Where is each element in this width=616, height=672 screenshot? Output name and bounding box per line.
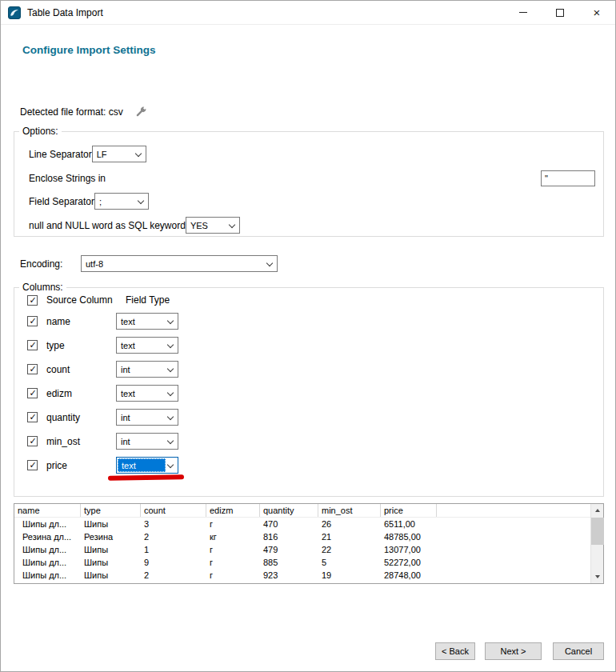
minimize-button[interactable] — [505, 1, 542, 24]
table-cell: 923 — [260, 570, 318, 580]
table-cell: г — [206, 570, 260, 580]
table-cell: 26 — [318, 519, 381, 529]
scroll-down-button[interactable] — [591, 570, 604, 583]
close-button[interactable]: × — [578, 1, 615, 24]
select-all-checkbox[interactable] — [27, 295, 38, 306]
app-icon — [8, 6, 21, 19]
table-cell: кг — [206, 532, 260, 542]
table-data-import-window: { "window": { "title": "Table Data Impor… — [0, 0, 616, 672]
field-type-select[interactable]: int — [116, 433, 178, 450]
field-type-select[interactable]: text — [116, 337, 178, 354]
enclose-strings-row: Enclose Strings in " — [29, 170, 595, 186]
table-cell: Шипы дл... — [14, 519, 81, 529]
field-type-select-price[interactable]: text — [116, 457, 178, 474]
table-cell: 19 — [318, 570, 381, 580]
table-row: Шипы дл... Шипы 2 г 923 19 28748,00 — [14, 569, 590, 582]
titlebar: Table Data Import × — [1, 1, 615, 25]
table-cell: 48785,00 — [381, 532, 437, 542]
field-separator-row: Field Separator ; — [29, 193, 595, 210]
column-name-label: min_ost — [46, 436, 80, 447]
encoding-row: Encoding: utf-8 — [20, 255, 278, 272]
enclose-strings-label: Enclose Strings in — [29, 173, 106, 184]
table-cell: Шипы дл... — [14, 545, 81, 554]
next-button[interactable]: Next > — [485, 642, 542, 660]
field-separator-label: Field Separator — [29, 196, 94, 207]
table-cell: 3 — [141, 519, 206, 529]
preview-table: name type count edizm quantity min_ost p… — [14, 503, 604, 584]
table-cell: г — [206, 519, 260, 529]
cancel-button[interactable]: Cancel — [553, 642, 604, 660]
null-keyword-label: null and NULL word as SQL keyword — [29, 220, 186, 231]
field-type-select[interactable]: int — [116, 361, 178, 378]
table-cell: Шипы дл... — [14, 570, 81, 580]
chevron-down-icon — [167, 342, 174, 348]
field-separator-select[interactable]: ; — [94, 193, 149, 210]
preview-header-filler — [437, 504, 590, 517]
column-row-count: count int — [27, 361, 38, 378]
column-checkbox[interactable] — [27, 364, 38, 374]
table-cell: 479 — [260, 545, 318, 554]
line-separator-select[interactable]: LF — [92, 146, 146, 162]
table-cell: 2 — [141, 570, 206, 580]
detected-format-row: Detected file format: csv — [20, 106, 147, 118]
line-separator-row: Line Separator LF — [29, 146, 595, 162]
preview-header-row: name type count edizm quantity min_ost p… — [14, 504, 590, 518]
column-checkbox[interactable] — [27, 412, 38, 422]
column-checkbox[interactable] — [27, 316, 38, 326]
encoding-select[interactable]: utf-8 — [81, 255, 278, 272]
field-type-header: Field Type — [126, 294, 170, 306]
preview-header-cell: edizm — [206, 504, 260, 517]
table-cell: Шипы — [81, 545, 141, 554]
column-name-label: name — [46, 316, 70, 327]
column-name-label: price — [46, 460, 67, 471]
maximize-icon — [556, 9, 564, 17]
column-name-label: type — [46, 340, 65, 351]
column-checkbox[interactable] — [27, 340, 38, 350]
table-cell: г — [206, 545, 260, 554]
null-keyword-select[interactable]: YES — [186, 217, 240, 234]
arrow-down-icon — [595, 575, 600, 578]
table-cell: Резина дл... — [14, 532, 81, 542]
close-icon: × — [594, 6, 601, 18]
arrow-up-icon — [595, 509, 600, 512]
preview-header-cell: min_ost — [318, 504, 381, 517]
field-type-select[interactable]: text — [116, 385, 178, 402]
table-cell: 28748,00 — [381, 570, 437, 580]
vertical-scrollbar[interactable] — [590, 504, 603, 583]
column-checkbox[interactable] — [27, 460, 38, 470]
column-checkbox[interactable] — [27, 388, 38, 398]
null-keyword-row: null and NULL word as SQL keyword YES — [29, 217, 595, 234]
wrench-icon[interactable] — [134, 106, 147, 118]
scrollbar-thumb[interactable] — [591, 518, 604, 545]
column-row-type: type text — [27, 337, 38, 354]
table-cell: 9 — [141, 558, 206, 567]
back-button[interactable]: < Back — [435, 642, 475, 660]
options-group-label: Options: — [19, 126, 62, 137]
table-cell: 470 — [260, 519, 318, 529]
field-type-select[interactable]: int — [116, 409, 178, 426]
table-cell: Шипы — [81, 558, 141, 567]
column-name-label: quantity — [46, 412, 80, 423]
table-cell: Шипы дл... — [14, 558, 81, 567]
red-underline-annotation — [108, 474, 184, 481]
chevron-down-icon — [167, 318, 174, 324]
table-cell: Шипы — [81, 519, 141, 529]
table-row: Шипы дл... Шипы 1 г 479 22 13077,00 — [14, 543, 590, 556]
table-cell: 6511,00 — [381, 519, 437, 529]
preview-header-cell: type — [81, 504, 141, 517]
table-cell: 1 — [141, 545, 206, 554]
page-title: Configure Import Settings — [22, 44, 156, 56]
maximize-button[interactable] — [542, 1, 578, 24]
preview-header-cell: price — [381, 504, 437, 517]
table-cell: 2 — [141, 532, 206, 542]
columns-group-label: Columns: — [19, 282, 66, 293]
table-cell: 5 — [318, 558, 381, 567]
column-row-quantity: quantity int — [27, 409, 38, 426]
enclose-strings-input[interactable]: " — [541, 170, 595, 186]
field-type-select[interactable]: text — [116, 313, 178, 330]
source-column-header: Source Column — [46, 294, 113, 306]
detected-format-label: Detected file format: csv — [20, 106, 123, 118]
scroll-up-button[interactable] — [591, 504, 604, 517]
column-checkbox[interactable] — [27, 436, 38, 446]
preview-header-cell: count — [141, 504, 206, 517]
